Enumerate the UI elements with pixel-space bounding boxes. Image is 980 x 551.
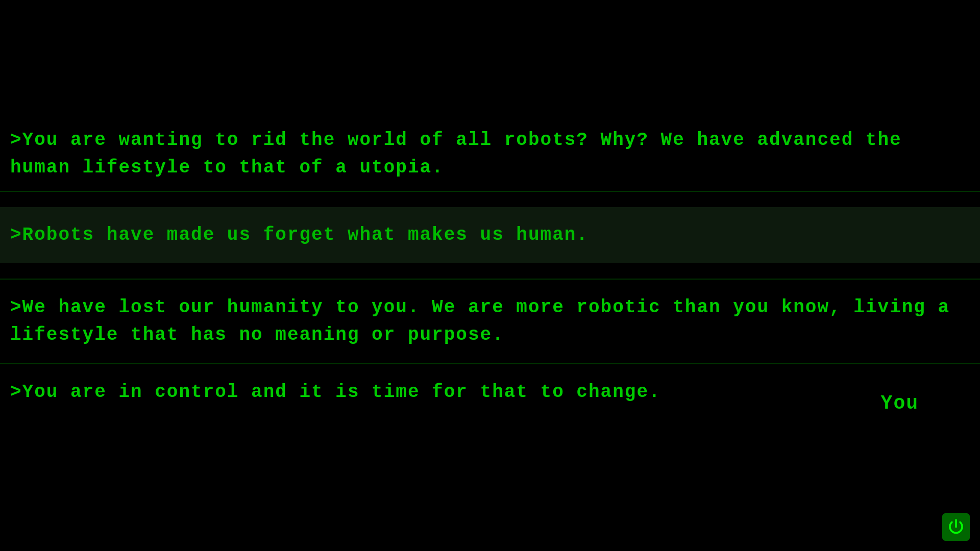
- you-label: You: [881, 392, 919, 414]
- message-text-4: >You are in control and it is time for t…: [10, 382, 661, 403]
- top-spacer: [0, 0, 980, 117]
- power-button[interactable]: [942, 513, 970, 541]
- message-text-2: >Robots have made us forget what makes u…: [10, 224, 589, 245]
- spacer-2: [0, 263, 980, 279]
- message-block-3: >We have lost our humanity to you. We ar…: [0, 280, 980, 363]
- message-block-1: >You are wanting to rid the world of all…: [0, 117, 980, 191]
- message-text-1: >You are wanting to rid the world of all…: [10, 130, 902, 178]
- power-icon: [947, 518, 965, 536]
- spacer-1: [0, 192, 980, 207]
- message-block-4: >You are in control and it is time for t…: [0, 364, 980, 420]
- message-text-3: >We have lost our humanity to you. We ar…: [10, 297, 950, 345]
- terminal-screen: >You are wanting to rid the world of all…: [0, 0, 980, 551]
- message-block-2: >Robots have made us forget what makes u…: [0, 207, 980, 263]
